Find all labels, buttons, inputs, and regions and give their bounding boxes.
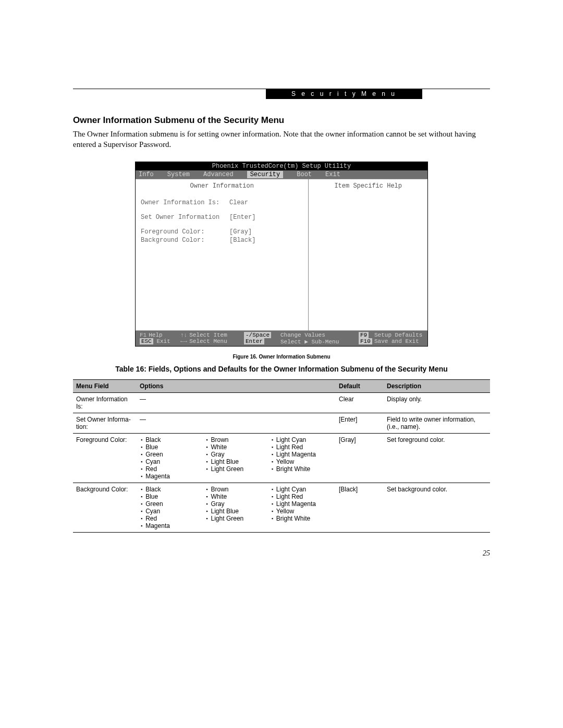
list-item: Light Green <box>206 465 270 473</box>
footer-text: Change Values <box>280 332 325 338</box>
table-title: Table 16: Fields, Options and Defaults f… <box>73 365 490 373</box>
list-item: Light Red <box>272 443 336 451</box>
cell-default: [Enter] <box>336 413 384 433</box>
bios-menu-system: System <box>167 171 190 178</box>
table-row: Owner Information Is:—ClearDisplay only. <box>73 392 490 413</box>
cell-description: Set foreground color. <box>384 433 490 483</box>
bios-menu-advanced: Advanced <box>203 171 234 178</box>
list-item: Yellow <box>272 458 336 465</box>
cell-options: BlackBlueGreenCyanRedMagentaBrownWhiteGr… <box>137 483 336 532</box>
list-item: Red <box>141 515 205 522</box>
bios-row: Foreground Color: [Gray] <box>141 228 303 236</box>
list-item: Light Cyan <box>272 486 336 493</box>
footer-text: Select Menu <box>189 338 227 344</box>
bios-row-value: Clear <box>229 199 248 206</box>
list-item: White <box>206 493 270 500</box>
list-item: Cyan <box>141 508 205 515</box>
table-row: Foreground Color:BlackBlueGreenCyanRedMa… <box>73 433 490 483</box>
bios-footer: F1Help ↑↓Select Item -/Space Change Valu… <box>136 331 427 346</box>
list-item: Yellow <box>272 508 336 515</box>
bios-menu-exit: Exit <box>325 171 340 178</box>
list-item: Black <box>141 436 205 443</box>
th-options: Options <box>137 379 336 392</box>
page-number: 25 <box>73 549 490 558</box>
cell-menu: Set Owner Informa­tion: <box>73 413 137 433</box>
bios-right-title: Item Specific Help <box>314 182 422 190</box>
footer-text: Save and Exit <box>374 338 419 344</box>
footer-text: Select Item <box>189 332 227 338</box>
bios-row: Owner Information Is: Clear <box>141 199 303 206</box>
th-default: Default <box>336 379 384 392</box>
cell-options: — <box>137 413 336 433</box>
cell-menu: Background Color: <box>73 483 137 532</box>
bios-row-value: [Enter] <box>229 214 255 221</box>
list-item: Light Magenta <box>272 500 336 508</box>
bios-screenshot: Phoenix TrustedCore(tm) Setup Utility In… <box>135 162 428 347</box>
footer-text: Help <box>149 332 162 338</box>
table-row: Set Owner Informa­tion:—[Enter]Field to … <box>73 413 490 433</box>
bios-menu-boot: Boot <box>297 171 312 178</box>
list-item: Bright White <box>272 465 336 473</box>
footer-text: Setup Defaults <box>374 332 422 338</box>
cell-description: Field to write owner informa­tion, (i.e.… <box>384 413 490 433</box>
list-item: Blue <box>141 443 205 451</box>
list-item: Brown <box>206 486 270 493</box>
footer-key: ↑↓ <box>180 332 187 338</box>
th-desc: Description <box>384 379 490 392</box>
header-tag: S e c u r i t y M e n u <box>266 89 422 99</box>
footer-key: Enter <box>244 338 264 344</box>
cell-menu: Owner Information Is: <box>73 392 137 413</box>
bios-row-value: [Black] <box>229 237 255 244</box>
bios-row-label: Background Color: <box>141 237 229 244</box>
bios-row: Set Owner Information [Enter] <box>141 214 303 221</box>
cell-description: Set background color. <box>384 483 490 532</box>
footer-text: Select ▶ Sub-Menu <box>280 339 339 345</box>
cell-options: — <box>137 392 336 413</box>
list-item: Blue <box>141 493 205 500</box>
footer-key: -/Space <box>244 332 271 338</box>
list-item: Light Cyan <box>272 436 336 443</box>
list-item: Green <box>141 451 205 458</box>
list-item: Light Blue <box>206 458 270 465</box>
footer-key: F9 <box>359 332 369 338</box>
list-item: Brown <box>206 436 270 443</box>
footer-key: F10 <box>359 338 372 344</box>
bios-row-label: Foreground Color: <box>141 228 229 236</box>
list-item: Black <box>141 486 205 493</box>
list-item: Light Blue <box>206 508 270 515</box>
list-item: Light Red <box>272 493 336 500</box>
cell-options: BlackBlueGreenCyanRedMagentaBrownWhiteGr… <box>137 433 336 483</box>
cell-default: [Black] <box>336 483 384 532</box>
cell-description: Display only. <box>384 392 490 413</box>
list-item: White <box>206 443 270 451</box>
bios-row-value: [Gray] <box>229 228 252 236</box>
list-item: Green <box>141 500 205 508</box>
table-row: Background Color:BlackBlueGreenCyanRedMa… <box>73 483 490 532</box>
list-item: Cyan <box>141 458 205 465</box>
section-heading: Owner Information Submenu of the Securit… <box>73 115 490 126</box>
cell-menu: Foreground Color: <box>73 433 137 483</box>
bios-menu-info: Info <box>139 171 154 178</box>
bios-menu-security: Security <box>247 171 284 178</box>
bios-row-label: Set Owner Information <box>141 214 229 221</box>
list-item: Gray <box>206 451 270 458</box>
bios-menubar: Info System Advanced Security Boot Exit <box>136 170 427 179</box>
list-item: Red <box>141 465 205 473</box>
bios-left-title: Owner Information <box>141 182 303 190</box>
cell-default: [Gray] <box>336 433 384 483</box>
bios-row: Background Color: [Black] <box>141 237 303 244</box>
bios-title: Phoenix TrustedCore(tm) Setup Utility <box>136 162 427 170</box>
list-item: Light Green <box>206 515 270 522</box>
list-item: Light Magenta <box>272 451 336 458</box>
footer-key: ←→ <box>180 338 187 344</box>
list-item: Magenta <box>141 473 205 480</box>
footer-key: ESC <box>140 338 153 344</box>
footer-key: F1 <box>140 332 146 338</box>
bios-row-label: Owner Information Is: <box>141 199 229 206</box>
options-table: Menu Field Options Default Description O… <box>73 379 490 533</box>
cell-default: Clear <box>336 392 384 413</box>
list-item: Magenta <box>141 522 205 529</box>
list-item: Bright White <box>272 515 336 522</box>
footer-text: Exit <box>156 338 170 344</box>
th-menu: Menu Field <box>73 379 137 392</box>
